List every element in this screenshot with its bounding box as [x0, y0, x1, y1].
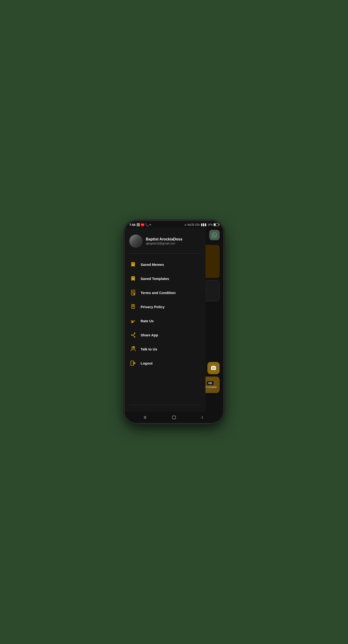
home-button[interactable] [170, 413, 178, 422]
battery-fill [214, 224, 216, 226]
battery-percent: 37% [208, 224, 213, 226]
star-icon: ★ ★ ★ [129, 317, 137, 324]
share-icon [129, 331, 137, 339]
status-right: ⊙ VoLTE LTE+ ▋▋▋ 37% [184, 223, 219, 226]
svg-text:!: ! [134, 293, 134, 295]
avatar-image [129, 234, 143, 248]
svg-rect-2 [132, 277, 134, 278]
privacy-icon [129, 303, 137, 310]
menu-item-logout[interactable]: Logout [127, 356, 204, 370]
hd-converter-label: HD Converter [204, 386, 217, 388]
phone-screen: 7:58 Jio 📞 ⊙ VoLTE LTE+ ▋▋▋ 37% [125, 221, 223, 423]
menu-label-logout: Logout [141, 361, 153, 365]
battery-icon [213, 223, 219, 226]
user-name: Baptist ArockiaDoss [146, 237, 201, 242]
jio-badge: Jio [141, 223, 144, 226]
document-icon: ! [129, 289, 137, 296]
menu-label-talk-to-us: Talk to Us [141, 347, 157, 351]
nav-bar [125, 412, 223, 423]
svg-text:+: + [214, 366, 216, 368]
dot-indicator [150, 224, 151, 226]
back-icon [200, 415, 205, 420]
svg-rect-27 [172, 416, 175, 419]
recents-icon [143, 415, 148, 420]
fab-camera-button[interactable]: + [207, 362, 220, 374]
recents-button[interactable] [142, 413, 150, 422]
bookmark-icon-memes [129, 261, 137, 268]
signal-bars: ▋▋▋ [201, 224, 207, 226]
menu-label-privacy: Privacy Policy [141, 305, 165, 309]
phone-icon: 📞 [145, 223, 149, 226]
gallery-icon [137, 223, 140, 226]
menu-item-saved-templates[interactable]: Saved Templates [127, 272, 204, 286]
svg-text:★: ★ [134, 320, 135, 322]
status-icons-group: Jio 📞 [137, 223, 151, 226]
svg-rect-25 [145, 416, 145, 419]
user-info: Baptist ArockiaDoss ajbaptist18@gmail.co… [146, 237, 201, 245]
home-icon [172, 415, 176, 420]
menu-list: Saved Memes Saved Templates [125, 257, 205, 403]
menu-item-rate-us[interactable]: ★ ★ ★ Rate Us [127, 314, 204, 328]
menu-item-saved-memes[interactable]: Saved Memes [127, 257, 204, 272]
hd-badge: HD [207, 381, 213, 385]
whatsapp-icon [212, 232, 217, 238]
svg-rect-26 [146, 416, 146, 419]
menu-label-rate-us: Rate Us [141, 319, 154, 323]
svg-point-10 [132, 306, 134, 307]
status-time: 7:58 [129, 223, 135, 226]
avatar [129, 234, 143, 248]
whatsapp-button[interactable] [209, 230, 220, 240]
back-button[interactable] [198, 413, 206, 422]
people-icon [129, 345, 137, 353]
screen-content: 🗑 + HD HD Converter [125, 228, 223, 412]
logout-icon [129, 359, 137, 367]
menu-label-saved-memes: Saved Memes [141, 262, 164, 266]
svg-rect-15 [131, 322, 131, 323]
top-divider [129, 253, 201, 254]
svg-point-18 [131, 334, 132, 336]
menu-item-terms[interactable]: ! Terms and Condition [127, 286, 204, 300]
nav-drawer: Baptist ArockiaDoss ajbaptist18@gmail.co… [125, 228, 205, 412]
network-icon: ⊙ [184, 224, 186, 226]
svg-rect-24 [144, 416, 145, 419]
menu-label-terms: Terms and Condition [141, 291, 176, 295]
svg-rect-21 [133, 346, 135, 348]
phone-frame: 7:58 Jio 📞 ⊙ VoLTE LTE+ ▋▋▋ 37% [125, 221, 223, 423]
status-bar: 7:58 Jio 📞 ⊙ VoLTE LTE+ ▋▋▋ 37% [125, 221, 223, 228]
menu-item-privacy[interactable]: Privacy Policy [127, 300, 204, 314]
menu-item-share-app[interactable]: Share App [127, 328, 204, 342]
volte-text: VoLTE LTE+ [187, 224, 200, 226]
camera-add-icon: + [211, 365, 216, 371]
menu-item-talk-to-us[interactable]: Talk to Us [127, 342, 204, 356]
user-email: ajbaptist18@gmail.com [146, 242, 201, 245]
svg-point-16 [134, 332, 135, 334]
menu-label-saved-templates: Saved Templates [141, 277, 169, 281]
menu-label-share-app: Share App [141, 333, 158, 337]
bottom-divider [129, 405, 201, 405]
user-profile: Baptist ArockiaDoss ajbaptist18@gmail.co… [125, 232, 205, 252]
bookmark-icon-templates [129, 275, 137, 282]
status-left: 7:58 Jio 📞 [129, 223, 151, 226]
svg-rect-1 [132, 263, 134, 264]
svg-point-17 [134, 336, 135, 338]
